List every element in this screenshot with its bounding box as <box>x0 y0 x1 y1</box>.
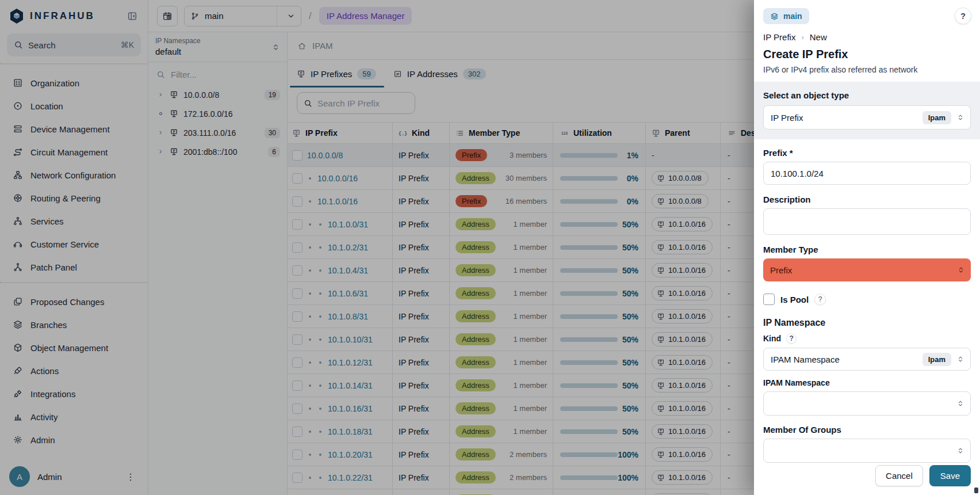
layers-icon <box>770 12 779 21</box>
is-pool-label: Is Pool <box>780 295 809 304</box>
chevron-right-icon: › <box>801 33 803 41</box>
object-type-section: Select an object type IP Prefix Ipam <box>754 82 980 139</box>
kind-select[interactable]: IPAM Namespace Ipam <box>763 348 971 371</box>
member-type-select[interactable]: Prefix <box>763 258 971 281</box>
prefix-field-label: Prefix * <box>763 148 971 158</box>
description-input[interactable] <box>763 208 971 235</box>
drawer-breadcrumb-current: New <box>810 32 827 42</box>
kind-label: Kind <box>763 334 781 343</box>
kind-help-icon[interactable]: ? <box>786 333 797 344</box>
drawer-title: Create IP Prefix <box>763 48 971 61</box>
object-type-kind-badge: Ipam <box>922 111 951 124</box>
updown-chevron-icon <box>956 399 964 408</box>
cancel-button[interactable]: Cancel <box>875 465 923 486</box>
kind-label-row: Kind ? <box>763 333 971 344</box>
ip-namespace-section-title: IP Namespace <box>763 318 971 328</box>
kind-value: IPAM Namespace <box>771 355 840 364</box>
member-type-field-label: Member Type <box>763 245 971 254</box>
is-pool-row: Is Pool ? <box>763 294 971 305</box>
drawer-breadcrumb: IP Prefix › New <box>763 32 971 42</box>
kind-badge: Ipam <box>922 353 951 366</box>
corner-caret-artifact <box>974 488 978 493</box>
prefix-input[interactable]: 10.100.1.0/24 <box>763 162 971 185</box>
help-button[interactable]: ? <box>955 7 971 24</box>
member-of-groups-label: Member Of Groups <box>763 425 971 435</box>
member-of-groups-select[interactable] <box>763 439 971 463</box>
branch-badge: main <box>763 8 809 24</box>
create-prefix-form: Prefix * 10.100.1.0/24 Description Membe… <box>754 139 980 464</box>
object-type-label: Select an object type <box>763 90 971 100</box>
drawer-footer: Cancel Save <box>754 464 980 495</box>
updown-chevron-icon <box>957 266 965 274</box>
updown-chevron-icon <box>956 355 964 363</box>
drawer-subtitle: IPv6 or IPv4 prefix also referred as net… <box>763 65 971 74</box>
create-ip-prefix-drawer: main ? IP Prefix › New Create IP Prefix … <box>754 0 980 495</box>
drawer-header: main ? IP Prefix › New Create IP Prefix … <box>754 0 980 82</box>
is-pool-help-icon[interactable]: ? <box>814 294 826 305</box>
member-type-value: Prefix <box>770 265 792 275</box>
save-button[interactable]: Save <box>929 465 971 486</box>
updown-chevron-icon <box>956 447 964 455</box>
drawer-breadcrumb-parent[interactable]: IP Prefix <box>763 32 795 42</box>
branch-badge-label: main <box>783 12 802 21</box>
ipam-namespace-select[interactable] <box>763 391 971 416</box>
object-type-value: IP Prefix <box>771 113 803 123</box>
updown-chevron-icon <box>956 113 964 121</box>
ipam-namespace-label: IPAM Namespace <box>763 378 971 387</box>
description-field-label: Description <box>763 195 971 204</box>
object-type-select[interactable]: IP Prefix Ipam <box>763 105 971 130</box>
is-pool-checkbox[interactable] <box>763 294 775 305</box>
